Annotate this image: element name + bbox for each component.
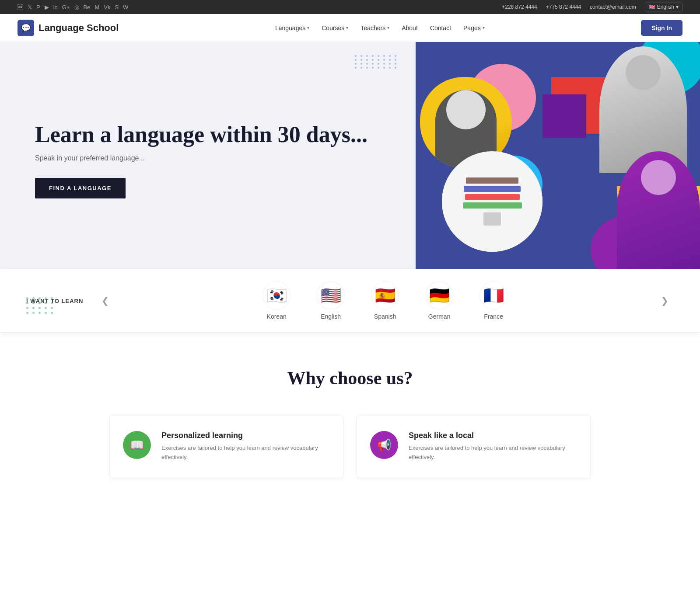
- feature-speak-local-desc: Exercises are tailored to help you learn…: [409, 444, 577, 462]
- nav-courses[interactable]: Courses ▾: [322, 24, 348, 31]
- pages-arrow: ▾: [483, 25, 485, 30]
- korean-flag: 🇰🇷: [262, 282, 290, 309]
- german-flag: 🇩🇪: [425, 282, 453, 309]
- why-section: Why choose us? 📖 Personalized learning E…: [0, 333, 700, 504]
- language-strip: I WANT TO LEARN ❮ 🇰🇷 Korean 🇺🇸 English 🇪…: [0, 269, 700, 333]
- navbar: 💬 Language School Languages ▾ Courses ▾ …: [0, 14, 700, 42]
- vk-icon[interactable]: Vk: [104, 4, 110, 10]
- nav-teachers[interactable]: Teachers ▾: [360, 24, 389, 31]
- next-language-button[interactable]: ❯: [656, 292, 674, 309]
- nav-about[interactable]: About: [402, 24, 418, 31]
- personalized-learning-icon: 📖: [123, 431, 151, 459]
- feature-personalized: 📖 Personalized learning Exercises are ta…: [109, 415, 343, 478]
- shape-purple-rect: [542, 94, 586, 138]
- why-section-title: Why choose us?: [35, 368, 665, 389]
- books-circle: [442, 151, 542, 252]
- mail-ru-icon[interactable]: M: [94, 4, 99, 10]
- brand-name: Language School: [38, 22, 119, 34]
- hero-dots-decoration: [355, 55, 398, 69]
- language-selector[interactable]: 🇬🇧 English ▾: [645, 3, 682, 11]
- behance-icon[interactable]: Be: [84, 4, 91, 10]
- list-item[interactable]: 🇪🇸 Spanish: [371, 282, 399, 320]
- teachers-arrow: ▾: [387, 25, 389, 30]
- instagram-icon[interactable]: ◎: [74, 4, 79, 10]
- nav-links: Languages ▾ Courses ▾ Teachers ▾ About C…: [275, 24, 485, 31]
- feature-personalized-content: Personalized learning Exercises are tail…: [161, 431, 330, 462]
- feature-personalized-title: Personalized learning: [161, 431, 330, 440]
- language-flag: 🇬🇧: [649, 4, 655, 10]
- english-flag: 🇺🇸: [317, 282, 345, 309]
- prev-language-button[interactable]: ❮: [96, 292, 114, 309]
- hero-content: Learn a language within 30 days... Speak…: [0, 42, 416, 269]
- facebook-icon[interactable]: : [18, 4, 23, 10]
- feature-speak-local-content: Speak like a local Exercises are tailore…: [409, 431, 577, 462]
- nav-pages[interactable]: Pages ▾: [463, 24, 485, 31]
- signin-button[interactable]: Sign In: [641, 20, 682, 36]
- feature-personalized-desc: Exercises are tailored to help you learn…: [161, 444, 330, 462]
- hero-title: Learn a language within 30 days...: [35, 122, 389, 148]
- phone2-link[interactable]: +775 872 4444: [546, 4, 581, 10]
- brand[interactable]: 💬 Language School: [18, 20, 119, 36]
- hero-visual: [416, 42, 700, 269]
- social-icons:  𝕏 P ▶ in G+ ◎ Be M Vk S W: [18, 4, 128, 10]
- hero-subtitle: Speak in your preferred language...: [35, 154, 389, 162]
- english-label: English: [321, 313, 341, 320]
- brand-icon: 💬: [18, 20, 34, 36]
- nav-languages[interactable]: Languages ▾: [275, 24, 309, 31]
- logo-icon: 💬: [21, 23, 31, 33]
- feature-speak-local-title: Speak like a local: [409, 431, 577, 440]
- languages-arrow: ▾: [307, 25, 309, 30]
- features-grid: 📖 Personalized learning Exercises are ta…: [109, 415, 591, 478]
- youtube-icon[interactable]: ▶: [45, 4, 49, 10]
- language-items: 🇰🇷 Korean 🇺🇸 English 🇪🇸 Spanish 🇩🇪 Germa…: [114, 282, 656, 320]
- person2-avatar: [599, 46, 687, 173]
- speak-local-icon: 📢: [370, 431, 398, 459]
- skype-icon[interactable]: S: [115, 4, 119, 10]
- chevron-down-icon: ▾: [676, 4, 679, 10]
- france-label: France: [484, 313, 503, 320]
- list-item[interactable]: 🇺🇸 English: [317, 282, 345, 320]
- language-label: English: [657, 4, 674, 10]
- googleplus-icon[interactable]: G+: [62, 4, 70, 10]
- german-label: German: [428, 313, 451, 320]
- list-item[interactable]: 🇩🇪 German: [425, 282, 453, 320]
- courses-arrow: ▾: [346, 25, 348, 30]
- twitter-icon[interactable]: 𝕏: [28, 4, 32, 10]
- hero-section: Learn a language within 30 days... Speak…: [0, 42, 700, 269]
- email-link[interactable]: contact@email.com: [590, 4, 636, 10]
- whatsapp-icon[interactable]: W: [123, 4, 128, 10]
- phone1-link[interactable]: +228 872 4444: [502, 4, 537, 10]
- feature-speak-local: 📢 Speak like a local Exercises are tailo…: [357, 415, 591, 478]
- pinterest-icon[interactable]: P: [36, 4, 40, 10]
- korean-label: Korean: [267, 313, 287, 320]
- list-item[interactable]: 🇫🇷 France: [480, 282, 508, 320]
- france-flag: 🇫🇷: [480, 282, 508, 309]
- person3-avatar: [617, 151, 700, 269]
- deco-dots: [26, 297, 54, 314]
- contact-info: +228 872 4444 +775 872 4444 contact@emai…: [502, 3, 682, 11]
- list-item[interactable]: 🇰🇷 Korean: [262, 282, 290, 320]
- linkedin-icon[interactable]: in: [53, 4, 58, 10]
- nav-contact[interactable]: Contact: [430, 24, 451, 31]
- find-language-button[interactable]: FIND A LANGUAGE: [35, 178, 126, 198]
- spanish-flag: 🇪🇸: [371, 282, 399, 309]
- top-bar:  𝕏 P ▶ in G+ ◎ Be M Vk S W +228 872 444…: [0, 0, 700, 14]
- spanish-label: Spanish: [374, 313, 396, 320]
